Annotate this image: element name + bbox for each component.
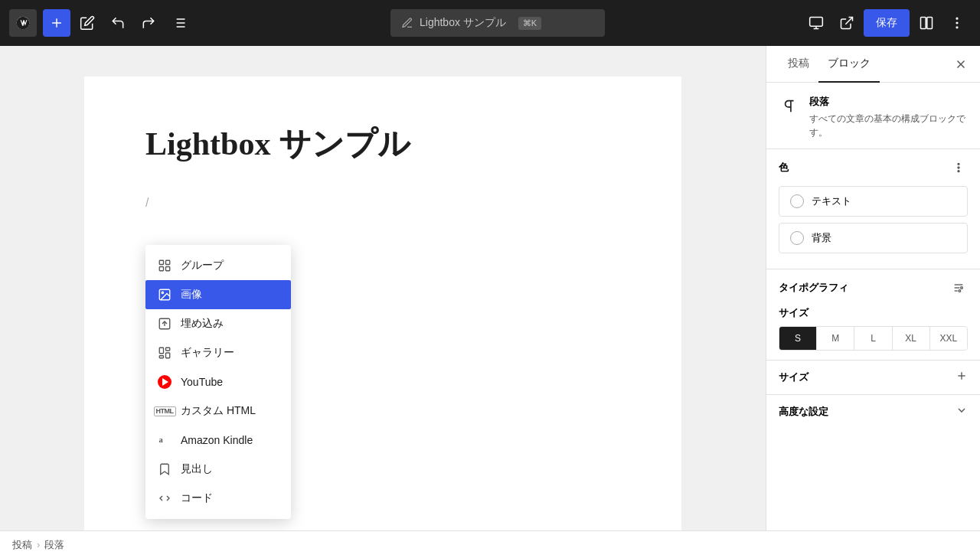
toolbar-right: 保存 [802,9,971,37]
search-button[interactable]: Lightbox サンプル ⌘K [390,9,605,37]
menu-item-heading[interactable]: 見出し [145,455,291,484]
preview-button[interactable] [802,9,830,37]
bg-color-radio [790,231,804,245]
typography-section: タイポグラフィ サイズ S M L XL XXL [766,269,980,361]
more-icon [952,162,965,174]
bg-color-label: 背景 [812,231,831,245]
sidebar-tabs: 投稿 ブロック [766,46,980,83]
svg-line-12 [845,18,852,24]
advanced-collapsible[interactable]: 高度な設定 [766,395,980,429]
menu-item-gallery[interactable]: ギャラリー [145,338,291,367]
size-selector: S M L XL XXL [779,326,968,351]
tab-block[interactable]: ブロック [818,46,880,83]
bottom-bar: 投稿 › 段落 [0,530,980,558]
menu-label-custom-html: カスタム HTML [181,404,256,418]
toolbar-center: Lightbox サンプル ⌘K [196,9,799,37]
editor-area: Lightbox サンプル / グループ [0,46,766,530]
menu-label-youtube: YouTube [181,376,223,388]
menu-label-gallery: ギャラリー [181,346,234,360]
svg-point-39 [961,287,963,289]
svg-rect-18 [159,260,163,264]
svg-rect-13 [921,18,926,29]
menu-item-group[interactable]: グループ [145,251,291,280]
block-info-title: 段落 [809,95,968,109]
gallery-icon [156,344,173,361]
svg-rect-9 [810,18,823,27]
breadcrumb-chevron: › [37,539,40,550]
tab-post[interactable]: 投稿 [779,46,818,83]
image-icon [156,286,173,303]
menu-item-custom-html[interactable]: HTML カスタム HTML [145,396,291,426]
typography-controls [949,279,968,297]
size-collapsible-title: サイズ [779,370,808,384]
menu-item-code[interactable]: コード [145,484,291,513]
advanced-collapsible-title: 高度な設定 [779,405,828,419]
color-section-header: 色 [779,158,968,177]
menu-label-code: コード [181,491,213,505]
wp-logo-button[interactable] [9,9,37,37]
advanced-chevron-icon [956,404,968,419]
breadcrumb-paragraph[interactable]: 段落 [44,538,64,552]
svg-point-15 [956,18,958,19]
sidebar-close-button[interactable] [949,53,972,76]
redo-button[interactable] [135,9,162,37]
svg-rect-20 [159,267,163,271]
text-color-radio [790,194,804,208]
toolbar: Lightbox サンプル ⌘K 保存 [0,0,980,46]
block-type-dropdown: グループ 画像 [145,245,291,519]
add-block-button[interactable] [43,9,70,37]
group-icon [156,257,173,274]
svg-rect-29 [159,356,163,358]
editor-content: Lightbox サンプル / グループ [84,77,681,530]
size-label: サイズ [779,306,968,320]
save-button[interactable]: 保存 [864,9,910,37]
page-title[interactable]: Lightbox サンプル [145,122,620,165]
list-view-button[interactable] [165,9,193,37]
svg-text:a: a [159,436,164,444]
block-info-text: 段落 すべての文章の基本の構成ブロックです。 [809,95,968,139]
undo-button[interactable] [104,9,132,37]
menu-label-embed: 埋め込み [181,317,224,331]
menu-item-image[interactable]: 画像 [145,280,291,309]
typography-filter-button[interactable] [949,279,968,297]
sidebar-block-info: 段落 すべての文章の基本の構成ブロックです。 [766,83,980,149]
size-collapsible[interactable]: サイズ [766,361,980,395]
right-sidebar: 投稿 ブロック 段落 すべての文章の基本の構成ブロックです。 色 [766,46,980,530]
more-options-button[interactable] [943,9,971,37]
svg-point-40 [959,290,961,292]
size-m-button[interactable]: M [817,327,854,350]
search-label: Lightbox サンプル [420,16,506,30]
menu-item-amazon[interactable]: a Amazon Kindle [145,426,291,455]
youtube-icon [156,374,173,390]
menu-item-youtube[interactable]: YouTube [145,367,291,396]
close-icon [954,57,968,71]
size-s-button[interactable]: S [779,327,817,350]
bookmark-icon [156,461,173,478]
edit-button[interactable] [74,9,101,37]
svg-point-17 [956,27,958,28]
shortcut-badge: ⌘K [518,17,541,30]
text-color-option[interactable]: テキスト [779,186,968,217]
color-section-title: 色 [779,161,789,175]
menu-item-embed[interactable]: 埋め込み [145,309,291,338]
svg-rect-21 [166,267,170,271]
block-cursor[interactable]: / [145,196,620,210]
color-more-button[interactable] [949,158,968,177]
svg-rect-26 [159,348,163,354]
view-button[interactable] [833,9,861,37]
typography-title: タイポグラフィ [779,281,848,295]
size-xxl-button[interactable]: XXL [930,327,967,350]
breadcrumb-post[interactable]: 投稿 [12,538,32,552]
embed-icon [156,315,173,332]
size-l-button[interactable]: L [854,327,892,350]
color-section: 色 テキスト 背景 [766,149,980,269]
amazon-icon: a [156,432,173,449]
layout-toggle-button[interactable] [913,9,940,37]
html-icon: HTML [156,403,173,419]
filter-icon [952,282,965,294]
size-xl-button[interactable]: XL [893,327,930,350]
bg-color-option[interactable]: 背景 [779,223,968,253]
svg-rect-27 [166,348,170,351]
svg-point-16 [956,22,958,24]
pencil-icon [401,17,413,29]
